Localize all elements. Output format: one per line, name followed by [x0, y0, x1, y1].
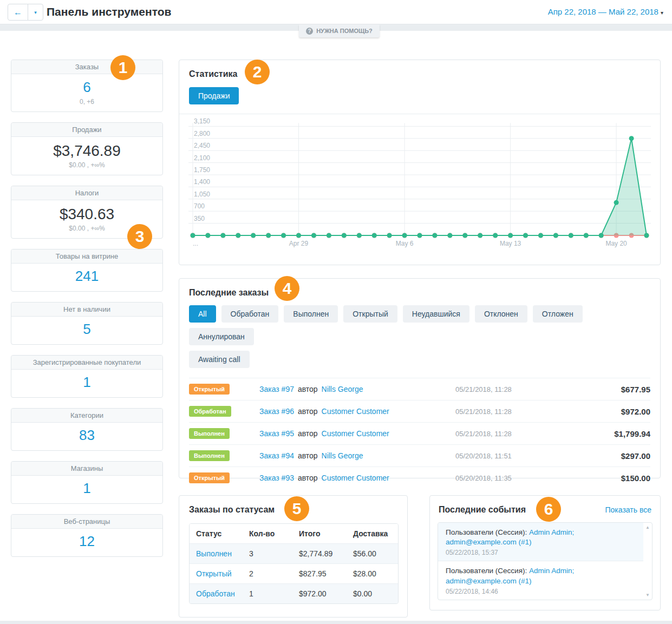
order-link[interactable]: Заказ #94	[259, 451, 294, 460]
status-count: 3	[243, 543, 292, 563]
event-prefix: Пользователи (Сессия):	[446, 567, 527, 575]
events-list-box: Пользователи (Сессия): Admin Admin; admi…	[438, 522, 653, 600]
back-navigation-group: ← ▾	[8, 4, 43, 21]
question-icon: ?	[306, 28, 313, 35]
status-total: $827.95	[292, 563, 347, 583]
filter-backordered[interactable]: Отложен	[533, 305, 583, 323]
table-row: Обработан 1 $972.00 $0.00	[190, 583, 398, 603]
status-shipping: $56.00	[347, 543, 398, 563]
order-link[interactable]: Заказ #96	[259, 407, 294, 416]
svg-text:May 6: May 6	[396, 240, 414, 247]
stat-card-value: 1	[11, 476, 162, 503]
status-count: 2	[243, 563, 292, 583]
order-row: Обработан Заказ #96 автор Customer Custo…	[189, 400, 650, 422]
back-button[interactable]: ←	[8, 4, 28, 21]
stat-card-sub: $0.00 , +∞%	[11, 161, 162, 175]
status-link[interactable]: Открытый	[196, 569, 232, 578]
stat-card-value: 83	[11, 423, 162, 450]
status-link[interactable]: Обработан	[196, 589, 235, 598]
filter-cancelled[interactable]: Аннулирован	[189, 328, 254, 345]
customer-link[interactable]: Customer Customer	[322, 407, 389, 416]
order-by-text: автор	[298, 474, 318, 482]
show-all-link[interactable]: Показать все	[605, 505, 651, 514]
order-total: $150.00	[585, 474, 650, 483]
order-status-badge: Выполнен	[189, 450, 230, 461]
main-content: Заказы 6 0, +6 Продажи $3,746.89 $0.00 ,…	[0, 31, 672, 621]
help-tab[interactable]: ? НУЖНА ПОМОЩЬ?	[299, 24, 380, 37]
stat-card-title: Зарегистрированные покупатели	[11, 356, 162, 370]
stat-card-title: Категории	[11, 409, 162, 423]
statistics-panel: Статистика Продажи 3507001,0501,4001,750…	[179, 60, 661, 265]
order-date: 05/21/2018, 11:28	[455, 385, 585, 393]
svg-text:350: 350	[194, 215, 205, 222]
chevron-down-icon: ▾	[34, 10, 37, 15]
order-status-badge: Открытый	[189, 472, 230, 483]
svg-text:Apr 29: Apr 29	[289, 240, 309, 247]
filter-all[interactable]: All	[189, 305, 216, 323]
filter-complete[interactable]: Выполнен	[284, 305, 338, 323]
date-range-label: Апр 22, 2018 — Май 22, 2018	[548, 7, 658, 16]
filter-open[interactable]: Открытый	[343, 305, 397, 323]
recent-orders-title: Последние заказы	[189, 288, 650, 298]
filter-declined[interactable]: Отклонен	[475, 305, 527, 323]
sales-tab-button[interactable]: Продажи	[189, 87, 239, 104]
stat-card-value: 5	[11, 317, 162, 344]
annotation-marker-1: 1	[110, 55, 135, 80]
customer-link[interactable]: Nills George	[322, 385, 363, 393]
order-total: $972.00	[585, 407, 650, 416]
status-total: $2,774.89	[292, 543, 347, 563]
customer-link[interactable]: Customer Customer	[322, 429, 389, 438]
order-date: 05/20/2018, 11:51	[455, 452, 585, 460]
stat-card-orders: Заказы 6 0, +6	[11, 60, 163, 112]
stat-card-value: 12	[11, 529, 162, 556]
filter-failed[interactable]: Неудавшийся	[403, 305, 469, 323]
order-status-badge: Открытый	[189, 384, 230, 395]
annotation-marker-6: 6	[536, 497, 561, 522]
table-row: Выполнен 3 $2,774.89 $56.00	[190, 543, 398, 563]
back-dropdown-button[interactable]: ▾	[28, 4, 43, 21]
order-status-filters-row2: Awaiting call	[189, 351, 650, 368]
customer-link[interactable]: Customer Customer	[322, 474, 389, 482]
annotation-marker-4: 4	[275, 276, 299, 301]
stat-card-value: $3,746.89	[11, 137, 162, 161]
order-status-badge: Выполнен	[189, 428, 230, 439]
filter-processed[interactable]: Обработан	[221, 305, 279, 323]
recent-events-title: Последние события	[439, 505, 526, 515]
event-date: 05/22/2018, 15:37	[446, 549, 640, 556]
column-header-shipping: Доставка	[347, 524, 398, 543]
order-row: Выполнен Заказ #94 автор Nills George 05…	[189, 444, 650, 467]
svg-text:1,050: 1,050	[194, 191, 210, 198]
event-prefix: Пользователи (Сессия):	[446, 528, 527, 536]
customer-link[interactable]: Nills George	[322, 451, 363, 460]
stat-card-title: Веб-страницы	[11, 515, 162, 529]
events-scrollbar[interactable]: ▲ ▼	[643, 523, 652, 600]
event-date: 05/22/2018, 14:46	[446, 588, 640, 595]
order-total: $677.95	[585, 385, 650, 394]
annotation-marker-2: 2	[245, 60, 270, 84]
svg-text:2,450: 2,450	[194, 142, 210, 149]
status-shipping: $28.00	[347, 563, 398, 583]
stat-card-title: Продажи	[11, 123, 162, 137]
stat-card-pages: Веб-страницы 12	[11, 514, 163, 557]
svg-text:May 13: May 13	[500, 240, 521, 247]
status-link[interactable]: Выполнен	[196, 549, 232, 558]
scroll-up-icon[interactable]: ▲	[645, 525, 650, 530]
svg-text:2,800: 2,800	[194, 130, 210, 137]
order-link[interactable]: Заказ #93	[259, 474, 294, 482]
stat-card-title: Нет в наличии	[11, 303, 162, 317]
annotation-marker-3: 3	[127, 224, 152, 249]
order-date: 05/21/2018, 11:28	[455, 408, 585, 416]
stat-card-title: Товары на витрине	[11, 249, 162, 264]
svg-text:1,400: 1,400	[194, 178, 210, 186]
events-list: Пользователи (Сессия): Admin Admin; admi…	[438, 523, 643, 600]
order-by-text: автор	[298, 451, 318, 460]
scroll-down-icon[interactable]: ▼	[645, 593, 650, 597]
filter-awaiting-call[interactable]: Awaiting call	[189, 351, 250, 368]
order-link[interactable]: Заказ #95	[259, 429, 294, 438]
help-label: НУЖНА ПОМОЩЬ?	[316, 28, 373, 34]
order-link[interactable]: Заказ #97	[259, 385, 294, 393]
stat-card-sales: Продажи $3,746.89 $0.00 , +∞%	[11, 122, 163, 175]
stat-card-products: Товары на витрине 241	[11, 249, 163, 292]
stats-sidebar: Заказы 6 0, +6 Продажи $3,746.89 $0.00 ,…	[11, 60, 163, 567]
date-range-picker[interactable]: Апр 22, 2018 — Май 22, 2018▾	[548, 7, 663, 16]
